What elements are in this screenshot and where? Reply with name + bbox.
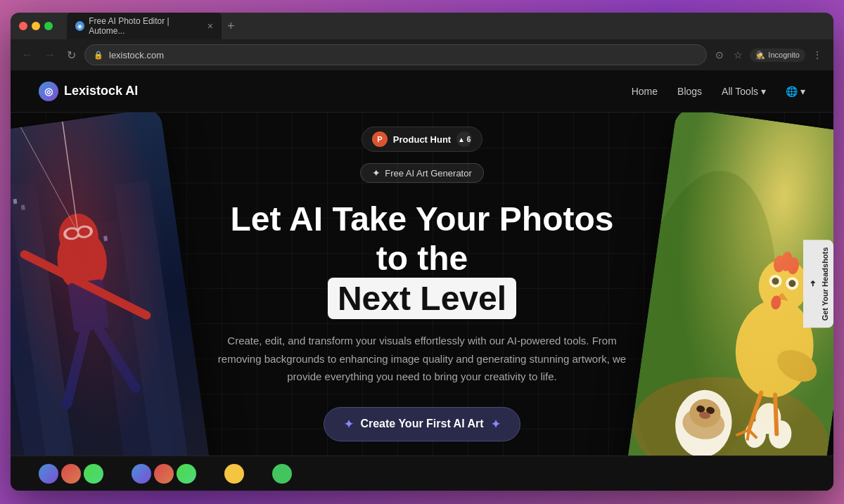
chevron-down-icon: ▾: [800, 86, 805, 97]
svg-rect-1: [11, 211, 72, 455]
svg-line-17: [57, 331, 95, 405]
svg-point-38: [786, 257, 800, 275]
svg-line-19: [63, 122, 78, 233]
svg-point-11: [75, 224, 94, 239]
svg-line-20: [20, 122, 78, 239]
bottom-icon-6: [177, 464, 196, 484]
svg-point-40: [768, 274, 782, 288]
address-bar[interactable]: 🔒 lexistock.com: [84, 44, 707, 65]
headshots-side-tab[interactable]: ➜ Get Your Headshots: [803, 240, 833, 328]
toolbar-actions: ⊙ ☆ 🕵 Incognito ⋮: [712, 46, 825, 63]
svg-point-42: [772, 277, 779, 285]
menu-icon[interactable]: ⋮: [810, 46, 825, 63]
ai-art-badge[interactable]: ✦ Free AI Art Generator: [360, 163, 484, 183]
logo-icon: ◎: [39, 82, 58, 101]
side-tab-wrapper: ➜ Get Your Headshots: [803, 240, 833, 328]
svg-point-25: [753, 401, 783, 436]
svg-point-44: [770, 295, 782, 310]
incognito-label: Incognito: [768, 51, 800, 59]
cta-label: Create Your First AI Art: [360, 418, 483, 430]
bottom-icon-5: [154, 464, 174, 484]
svg-point-33: [698, 411, 710, 420]
back-button[interactable]: ←: [19, 46, 36, 64]
svg-point-24: [626, 365, 833, 455]
nav-all-tools[interactable]: All Tools ▾: [722, 86, 766, 97]
svg-point-31: [696, 405, 705, 413]
svg-rect-7: [103, 235, 108, 241]
all-tools-label: All Tools: [722, 86, 758, 97]
nav-language[interactable]: 🌐 ▾: [786, 86, 805, 97]
cta-star-left: ✦: [344, 418, 353, 431]
svg-point-26: [767, 419, 793, 450]
svg-line-18: [98, 325, 135, 392]
svg-point-43: [788, 280, 796, 287]
incognito-badge: 🕵 Incognito: [750, 49, 805, 62]
cast-icon[interactable]: ⊙: [712, 46, 727, 63]
product-hunt-logo: P: [372, 131, 388, 147]
sparkle-icon: ✦: [372, 167, 381, 179]
browser-toolbar: ← → ↻ 🔒 lexistock.com ⊙ ☆ 🕵 Incognito ⋮: [11, 39, 833, 70]
tab-favicon: ◉: [75, 21, 84, 31]
svg-rect-6: [21, 205, 25, 210]
svg-point-12: [65, 228, 78, 238]
forward-button[interactable]: →: [41, 46, 58, 64]
product-hunt-badge[interactable]: P Product Hunt ▲ 6: [362, 127, 482, 152]
svg-marker-39: [774, 292, 789, 301]
minimize-button[interactable]: [32, 22, 40, 30]
bottom-icon-1: [39, 464, 58, 484]
svg-rect-2: [11, 182, 79, 455]
svg-line-46: [749, 392, 762, 431]
svg-point-36: [772, 254, 786, 273]
svg-rect-14: [68, 279, 109, 332]
svg-point-10: [63, 226, 81, 241]
address-text: lexistock.com: [109, 50, 164, 60]
hero-title: Let AI Take Your Photos to the Next Leve…: [211, 200, 633, 319]
tab-close-button[interactable]: ×: [207, 20, 213, 32]
svg-point-30: [688, 397, 722, 429]
hero-section: P Product Hunt ▲ 6 ✦ Free AI Art Generat…: [11, 112, 833, 455]
svg-point-27: [743, 420, 767, 449]
svg-point-8: [53, 226, 111, 295]
cta-button[interactable]: ✦ Create Your First AI Art ✦: [324, 407, 520, 441]
bottom-icon-7: [224, 464, 244, 484]
active-tab[interactable]: ◉ Free AI Photo Editor | Autome... ×: [67, 13, 222, 40]
nav-blogs[interactable]: Blogs: [677, 86, 702, 97]
bookmark-icon[interactable]: ☆: [731, 46, 746, 63]
hero-title-line1: Let AI Take Your Photos to the: [231, 200, 614, 276]
svg-point-28: [671, 387, 736, 455]
bottom-icons-3: [224, 464, 244, 484]
svg-point-41: [785, 276, 799, 290]
svg-line-16: [86, 277, 147, 323]
headshots-arrow-icon: ➜: [807, 281, 817, 287]
headshots-label: Get Your Headshots: [821, 247, 829, 321]
svg-point-9: [56, 211, 101, 261]
svg-point-32: [705, 406, 715, 415]
close-button[interactable]: [19, 22, 27, 30]
ph-count: ▲ 6: [458, 136, 471, 143]
ai-badge-label: Free AI Art Generator: [385, 168, 472, 179]
svg-point-13: [78, 227, 91, 237]
hero-description: Create, edit, and transform your visuals…: [211, 332, 633, 386]
bottom-icon-3: [84, 464, 103, 484]
svg-point-37: [780, 251, 794, 272]
nav-links: Home Blogs All Tools ▾ 🌐 ▾: [632, 86, 805, 97]
hero-title-highlight: Next Level: [328, 278, 516, 319]
svg-line-48: [736, 428, 748, 437]
tab-title: Free AI Photo Editor | Autome...: [89, 16, 200, 36]
svg-line-47: [769, 394, 782, 434]
bottom-icons-2: [132, 464, 196, 484]
site-nav: ◎ Lexistock AI Home Blogs All Tools ▾ 🌐 …: [11, 70, 833, 112]
svg-point-29: [681, 406, 727, 442]
nav-home[interactable]: Home: [632, 86, 658, 97]
svg-line-15: [25, 247, 86, 293]
svg-line-49: [748, 430, 749, 441]
maximize-button[interactable]: [44, 22, 53, 30]
refresh-button[interactable]: ↻: [64, 46, 79, 65]
bottom-icons-1: [39, 464, 103, 484]
site-logo[interactable]: ◎ Lexistock AI: [39, 82, 138, 101]
incognito-icon: 🕵: [755, 51, 765, 60]
new-tab-button[interactable]: +: [227, 19, 235, 34]
cta-star-right: ✦: [491, 418, 500, 431]
chevron-down-icon: ▾: [761, 86, 766, 97]
bottom-icon-2: [61, 464, 81, 484]
